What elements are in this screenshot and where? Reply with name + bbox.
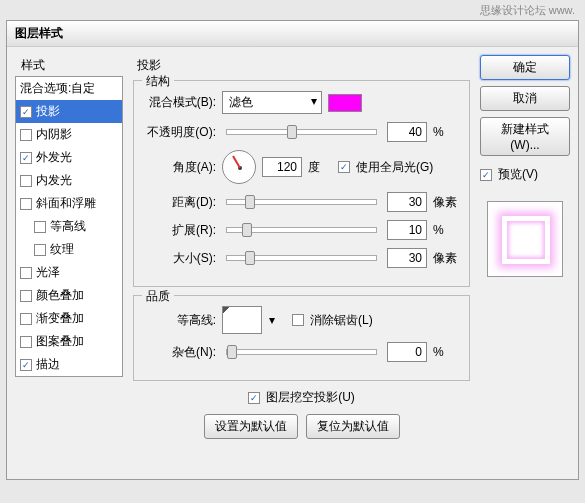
- checkbox-icon[interactable]: [20, 359, 32, 371]
- percent-unit: %: [433, 345, 457, 359]
- checkbox-icon[interactable]: [20, 175, 32, 187]
- dialog-title: 图层样式: [7, 21, 578, 47]
- style-label: 描边: [36, 356, 60, 373]
- style-label: 颜色叠加: [36, 287, 84, 304]
- distance-input[interactable]: 30: [387, 192, 427, 212]
- style-item-stroke[interactable]: 描边: [16, 353, 122, 376]
- opacity-input[interactable]: 40: [387, 122, 427, 142]
- knockout-label: 图层挖空投影(U): [266, 389, 355, 406]
- style-item-inner-shadow[interactable]: 内阴影: [16, 123, 122, 146]
- percent-unit: %: [433, 223, 457, 237]
- style-label: 光泽: [36, 264, 60, 281]
- checkbox-icon[interactable]: [34, 221, 46, 233]
- action-panel: 确定 取消 新建样式(W)... 预览(V): [480, 55, 570, 439]
- style-label: 内阴影: [36, 126, 72, 143]
- global-light-checkbox[interactable]: [338, 161, 350, 173]
- checkbox-icon[interactable]: [20, 106, 32, 118]
- size-slider[interactable]: [226, 255, 377, 261]
- color-swatch[interactable]: [328, 94, 362, 112]
- angle-input[interactable]: 120: [262, 157, 302, 177]
- style-label: 斜面和浮雕: [36, 195, 96, 212]
- angle-dial[interactable]: [222, 150, 256, 184]
- checkbox-icon[interactable]: [20, 336, 32, 348]
- style-item-drop-shadow[interactable]: 投影: [16, 100, 122, 123]
- antialias-label: 消除锯齿(L): [310, 312, 373, 329]
- style-item-gradient-overlay[interactable]: 渐变叠加: [16, 307, 122, 330]
- style-list: 混合选项:自定 投影 内阴影 外发光 内发光 斜面和浮雕 等高线 纹理 光泽 颜…: [15, 76, 123, 377]
- styles-header: 样式: [15, 55, 123, 76]
- style-list-panel: 样式 混合选项:自定 投影 内阴影 外发光 内发光 斜面和浮雕 等高线 纹理 光…: [15, 55, 123, 439]
- style-item-pattern-overlay[interactable]: 图案叠加: [16, 330, 122, 353]
- style-item-texture[interactable]: 纹理: [16, 238, 122, 261]
- style-label: 纹理: [50, 241, 74, 258]
- size-input[interactable]: 30: [387, 248, 427, 268]
- px-unit: 像素: [433, 250, 457, 267]
- spread-slider[interactable]: [226, 227, 377, 233]
- cancel-button[interactable]: 取消: [480, 86, 570, 111]
- opacity-slider[interactable]: [226, 129, 377, 135]
- style-label: 投影: [36, 103, 60, 120]
- noise-slider[interactable]: [226, 349, 377, 355]
- style-item-satin[interactable]: 光泽: [16, 261, 122, 284]
- noise-label: 杂色(N):: [146, 344, 216, 361]
- quality-legend: 品质: [142, 288, 174, 305]
- style-item-contour[interactable]: 等高线: [16, 215, 122, 238]
- style-item-color-overlay[interactable]: 颜色叠加: [16, 284, 122, 307]
- checkbox-icon[interactable]: [20, 129, 32, 141]
- style-label: 内发光: [36, 172, 72, 189]
- style-item-outer-glow[interactable]: 外发光: [16, 146, 122, 169]
- style-label: 图案叠加: [36, 333, 84, 350]
- new-style-button[interactable]: 新建样式(W)...: [480, 117, 570, 156]
- checkbox-icon[interactable]: [20, 198, 32, 210]
- percent-unit: %: [433, 125, 457, 139]
- blend-mode-label: 混合模式(B):: [146, 94, 216, 111]
- noise-input[interactable]: 0: [387, 342, 427, 362]
- checkbox-icon[interactable]: [20, 313, 32, 325]
- antialias-checkbox[interactable]: [292, 314, 304, 326]
- set-default-button[interactable]: 设置为默认值: [204, 414, 298, 439]
- structure-legend: 结构: [142, 73, 174, 90]
- contour-label: 等高线:: [146, 312, 216, 329]
- angle-label: 角度(A):: [146, 159, 216, 176]
- spread-input[interactable]: 10: [387, 220, 427, 240]
- blend-options-item[interactable]: 混合选项:自定: [16, 77, 122, 100]
- checkbox-icon[interactable]: [34, 244, 46, 256]
- preview-label: 预览(V): [498, 166, 538, 183]
- style-label: 外发光: [36, 149, 72, 166]
- style-item-bevel[interactable]: 斜面和浮雕: [16, 192, 122, 215]
- watermark-text: 思缘设计论坛 www.: [480, 3, 575, 18]
- distance-slider[interactable]: [226, 199, 377, 205]
- distance-label: 距离(D):: [146, 194, 216, 211]
- checkbox-icon[interactable]: [20, 152, 32, 164]
- layer-style-dialog: 图层样式 样式 混合选项:自定 投影 内阴影 外发光 内发光 斜面和浮雕 等高线…: [6, 20, 579, 480]
- spread-label: 扩展(R):: [146, 222, 216, 239]
- preview-thumbnail: [487, 201, 563, 277]
- reset-default-button[interactable]: 复位为默认值: [306, 414, 400, 439]
- blend-mode-dropdown[interactable]: 滤色: [222, 91, 322, 114]
- style-label: 等高线: [50, 218, 86, 235]
- size-label: 大小(S):: [146, 250, 216, 267]
- ok-button[interactable]: 确定: [480, 55, 570, 80]
- angle-unit: 度: [308, 159, 332, 176]
- px-unit: 像素: [433, 194, 457, 211]
- global-light-label: 使用全局光(G): [356, 159, 433, 176]
- style-item-inner-glow[interactable]: 内发光: [16, 169, 122, 192]
- style-label: 渐变叠加: [36, 310, 84, 327]
- checkbox-icon[interactable]: [20, 290, 32, 302]
- panel-title: 投影: [133, 55, 470, 80]
- checkbox-icon[interactable]: [20, 267, 32, 279]
- structure-fieldset: 结构 混合模式(B): 滤色 不透明度(O): 40 % 角度(A): 120 …: [133, 80, 470, 287]
- knockout-checkbox[interactable]: [248, 392, 260, 404]
- quality-fieldset: 品质 等高线: 消除锯齿(L) 杂色(N): 0 %: [133, 295, 470, 381]
- opacity-label: 不透明度(O):: [146, 124, 216, 141]
- preview-checkbox[interactable]: [480, 169, 492, 181]
- settings-panel: 投影 结构 混合模式(B): 滤色 不透明度(O): 40 % 角度(A):: [123, 55, 480, 439]
- contour-picker[interactable]: [222, 306, 262, 334]
